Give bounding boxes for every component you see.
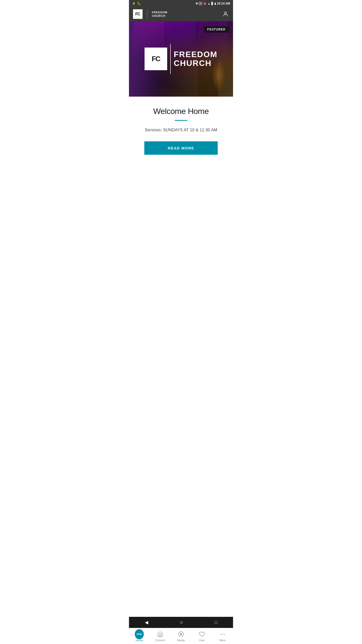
svg-point-0 [224,12,227,14]
profile-button[interactable] [222,11,229,18]
hero-fc-badge: FC [145,48,167,70]
hero-church-name: FREEDOM CHURCH [174,50,217,68]
nfc-icon: N [199,2,202,5]
usb-icon: ⚡ [132,2,136,5]
hero-logo-overlay: FC FREEDOM CHURCH [145,44,217,74]
hero-image[interactable]: FC FREEDOM CHURCH FEATURED [129,21,233,97]
church-name-header: FREEDOM CHURCH [152,11,167,18]
header-logo[interactable]: FC FREEDOM CHURCH [133,9,167,19]
bluetooth-icon: ❄ [196,2,198,5]
hero-logo-divider [170,44,171,74]
app-header: FC FREEDOM CHURCH [129,7,233,21]
status-right-icons: ❄ N 🔇 ▲ ▋ ▮ 10:14 AM [196,2,230,5]
title-underline [175,120,187,121]
welcome-title: Welcome Home [135,107,227,116]
fc-badge: FC [133,9,143,19]
profile-icon [222,11,229,18]
main-content: Welcome Home Services: SUNDAYS AT 10 & 1… [129,97,233,162]
read-more-button[interactable]: READ MORE [144,141,218,155]
logo-divider [147,9,147,19]
signal-icon: ▋ [211,2,213,5]
debug-icon: 🐛 [137,2,141,5]
status-bar: ⚡ 🐛 ❄ N 🔇 ▲ ▋ ▮ 10:14 AM [129,0,233,7]
wifi-icon: ▲ [208,2,210,5]
services-text: Services: SUNDAYS AT 10 & 11:30 AM [135,128,227,132]
mute-icon: 🔇 [203,2,207,5]
battery-icon: ▮ [214,2,216,5]
featured-badge: FEATURED [204,26,229,33]
time-display: 10:14 AM [217,2,230,5]
status-left-icons: ⚡ 🐛 [132,2,141,5]
